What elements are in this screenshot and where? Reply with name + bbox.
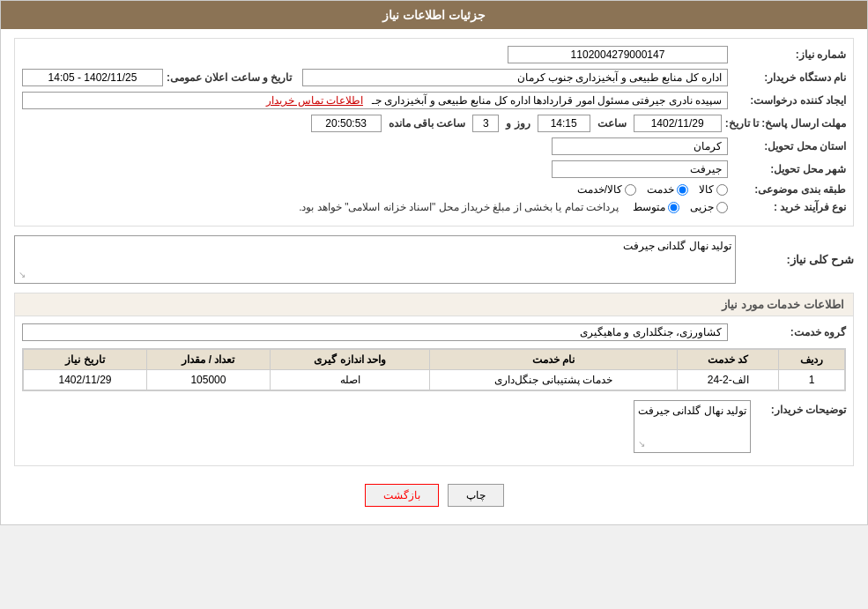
noefrayand-label: نوع فرآیند خرید :	[731, 201, 846, 213]
service-table-wrapper: ردیف کد خدمت نام خدمت واحد اندازه گیری ت…	[22, 348, 846, 391]
mohlat-saat: 14:15	[538, 115, 590, 132]
shmarehniaz-value: 1102004279000147	[508, 46, 728, 63]
tarikh-value: 1402/11/25 - 14:05	[22, 69, 163, 86]
noefrayand-motavset-label: متوسط	[633, 201, 665, 213]
mohlat-rooz-label: روز و	[506, 117, 530, 130]
page-title: جزئیات اطلاعات نیاز	[382, 8, 486, 22]
main-content: شماره نیاز: 1102004279000147 نام دستگاه …	[1, 29, 867, 524]
tabaqe-kala-khedmat[interactable]: کالا/خدمت	[577, 183, 636, 196]
ijad-label: ایجاد کننده درخواست:	[731, 94, 846, 107]
tabaqe-khedmat-radio[interactable]	[677, 184, 688, 196]
description-row: توضیحات خریدار: تولید نهال گلدانی جیرفت …	[22, 400, 846, 453]
sharh-label: شرح کلی نیاز:	[739, 253, 854, 266]
tabaqe-label: طبقه بندی موضوعی:	[731, 183, 846, 196]
col-vahed: واحد اندازه گیری	[270, 350, 429, 370]
ijad-row: ایجاد کننده درخواست: سپیده نادری جیرفتی …	[22, 92, 846, 109]
table-row: 1الف-2-24خدمات پشتیبانی جنگل‌داریاصله105…	[24, 370, 845, 390]
namdastgah-label: نام دستگاه خریدار:	[731, 71, 846, 84]
tabaqe-options: کالا خدمت کالا/خدمت	[577, 183, 728, 196]
shahr-value: جیرفت	[552, 160, 728, 178]
service-section: اطلاعات خدمات مورد نیاز گروه خدمت: کشاور…	[14, 293, 854, 466]
col-nam: نام خدمت	[430, 350, 678, 370]
noefrayand-motavset-radio[interactable]	[668, 202, 679, 213]
col-kod: کد خدمت	[678, 350, 779, 370]
sharh-value: تولید نهال گلدانی جیرفت	[623, 240, 731, 252]
cell-vahed: اصله	[270, 370, 429, 390]
grooh-value: کشاورزی، جنگلداری و ماهیگیری	[22, 323, 728, 341]
etelaat-link[interactable]: اطلاعات تماس خریدار	[266, 94, 363, 107]
noefrayand-motavset[interactable]: متوسط	[633, 201, 679, 213]
service-table: ردیف کد خدمت نام خدمت واحد اندازه گیری ت…	[23, 349, 845, 390]
tabaqe-kala-label: کالا	[699, 183, 714, 196]
mohlat-row: مهلت ارسال پاسخ: تا تاریخ: 1402/11/29 سا…	[22, 115, 846, 132]
noefrayand-options: جزیی متوسط	[633, 201, 728, 213]
namdastgah-row: نام دستگاه خریدار: اداره کل منابع طبیعی …	[22, 69, 846, 86]
ostan-label: استان محل تحویل:	[731, 140, 846, 152]
print-button[interactable]: چاپ	[448, 484, 504, 507]
cell-radif: 1	[779, 370, 845, 390]
tabaqe-kala-radio[interactable]	[716, 184, 728, 196]
page-wrapper: جزئیات اطلاعات نیاز شماره نیاز: 11020042…	[0, 0, 868, 525]
mohlat-date: 1402/11/29	[634, 115, 722, 132]
tabaqe-kala-khedmat-radio[interactable]	[625, 184, 636, 196]
grooh-row: گروه خدمت: کشاورزی، جنگلداری و ماهیگیری	[22, 323, 846, 341]
col-tarikh: تاریخ نیاز	[24, 350, 147, 370]
tarikh-label: تاریخ و ساعت اعلان عمومی:	[167, 71, 292, 84]
page-header: جزئیات اطلاعات نیاز	[1, 1, 867, 29]
description-box: تولید نهال گلدانی جیرفت ↘	[634, 400, 751, 453]
sharh-row: شرح کلی نیاز: تولید نهال گلدانی جیرفت ↘	[14, 235, 854, 284]
mohlat-saat-label: ساعت	[597, 117, 627, 130]
cell-tedad: 105000	[147, 370, 271, 390]
shmarehniaz-label: شماره نیاز:	[731, 48, 846, 61]
description-value: تولید نهال گلدانی جیرفت	[638, 405, 746, 417]
table-header-row: ردیف کد خدمت نام خدمت واحد اندازه گیری ت…	[24, 350, 845, 370]
tabaqe-khedmat[interactable]: خدمت	[647, 183, 688, 196]
ijad-text: سپیده نادری جیرفتی مسئول امور قراردادها …	[372, 94, 722, 107]
shahr-row: شهر محل تحویل: جیرفت	[22, 160, 846, 178]
back-button[interactable]: بازگشت	[365, 484, 439, 507]
tabaqe-kala-khedmat-label: کالا/خدمت	[577, 183, 622, 196]
sharh-box: تولید نهال گلدانی جیرفت ↘	[14, 235, 736, 284]
tabaqe-khedmat-label: خدمت	[647, 183, 674, 196]
cell-nam: خدمات پشتیبانی جنگل‌داری	[430, 370, 678, 390]
service-content: گروه خدمت: کشاورزی، جنگلداری و ماهیگیری …	[15, 316, 853, 465]
mohlat-rooz: 3	[472, 115, 499, 132]
col-radif: ردیف	[779, 350, 845, 370]
description-resize-icon: ↘	[638, 439, 645, 449]
sharh-resize-icon: ↘	[19, 270, 26, 279]
service-section-title: اطلاعات خدمات مورد نیاز	[15, 293, 853, 316]
shmarehniaz-row: شماره نیاز: 1102004279000147	[22, 46, 846, 63]
tabaqe-row: طبقه بندی موضوعی: کالا خدمت کالا/خدمت	[22, 183, 846, 196]
cell-kod: الف-2-24	[678, 370, 779, 390]
description-label: توضیحات خریدار:	[758, 400, 846, 416]
tabaqe-kala[interactable]: کالا	[699, 183, 728, 196]
noefrayand-row: نوع فرآیند خرید : جزیی متوسط پرداخت تمام…	[22, 201, 846, 213]
grooh-label: گروه خدمت:	[731, 326, 846, 338]
noefrayand-jozi[interactable]: جزیی	[690, 201, 728, 213]
namdastgah-value: اداره کل منابع طبیعی و آبخیزداری جنوب کر…	[302, 69, 728, 86]
col-tedad: تعداد / مقدار	[147, 350, 271, 370]
button-row: چاپ بازگشت	[14, 475, 854, 516]
mohlat-baghimande-label: ساعت باقی مانده	[389, 117, 466, 130]
main-info-section: شماره نیاز: 1102004279000147 نام دستگاه …	[14, 38, 854, 227]
mohlat-label: مهلت ارسال پاسخ: تا تاریخ:	[725, 117, 846, 130]
noefrayand-jozi-label: جزیی	[690, 201, 714, 213]
shahr-label: شهر محل تحویل:	[731, 163, 846, 175]
mohlat-baghimande: 20:50:53	[311, 115, 382, 132]
ijad-value: سپیده نادری جیرفتی مسئول امور قراردادها …	[22, 92, 728, 109]
noefrayand-jozi-radio[interactable]	[716, 202, 728, 213]
noefrayand-note: پرداخت تمام یا بخشی از مبلغ خریداز محل "…	[299, 201, 619, 213]
ostan-row: استان محل تحویل: کرمان	[22, 137, 846, 155]
cell-tarikh: 1402/11/29	[24, 370, 147, 390]
ostan-value: کرمان	[552, 137, 728, 155]
